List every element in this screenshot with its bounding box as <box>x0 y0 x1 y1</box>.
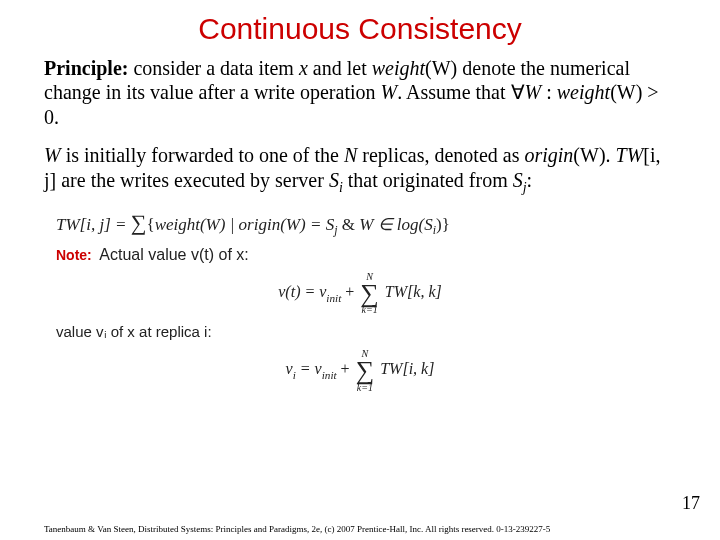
fn-weight-arg: (W) <box>425 57 457 79</box>
forward-paragraph: W is initially forwarded to one of the N… <box>44 143 676 195</box>
eq2-sum: N∑k=1 <box>360 272 379 315</box>
var-Sj: S <box>513 169 523 191</box>
var-W3: W <box>44 144 61 166</box>
equation-tw: TW[i, j] = ∑{weight(W) | origin(W) = Sj … <box>56 210 676 238</box>
principle-label: Principle: <box>44 57 128 79</box>
equation-vt: v(t) = vinit + N∑k=1 TW[k, k] <box>44 272 676 315</box>
eq3-init: init <box>322 369 337 381</box>
equation-vi: vi = vinit + N∑k=1 TW[i, k] <box>44 349 676 392</box>
eq1-setopen: { <box>146 215 154 234</box>
var-x: x <box>299 57 308 79</box>
fn-weight: weight <box>372 57 425 79</box>
eq2-sum-sym: ∑ <box>360 282 379 305</box>
var-TW: TW <box>616 144 644 166</box>
fn-origin-arg: (W) <box>573 144 605 166</box>
eq3-plus: + <box>337 361 354 378</box>
eq1-rest: W ∈ log(S <box>359 215 433 234</box>
fn-weight2-arg: (W) <box>610 81 642 103</box>
eq1-close: )} <box>436 215 450 234</box>
eq3-term: TW[i, k] <box>376 361 434 378</box>
footer-citation: Tanenbaum & Van Steen, Distributed Syste… <box>44 524 676 534</box>
value-line: value vᵢ of x at replica i: <box>56 323 676 341</box>
note-text: Actual value v(t) of x: <box>96 246 249 263</box>
note-line: Note: Actual value v(t) of x: <box>56 246 676 264</box>
fn-origin: origin <box>524 144 573 166</box>
eq1-amp: & <box>337 215 359 234</box>
figure-area: TW[i, j] = ∑{weight(W) | origin(W) = Sj … <box>44 210 676 393</box>
p1-t2: and let <box>308 57 372 79</box>
eq3-sum-sym: ∑ <box>356 359 375 382</box>
eq3-eq: = v <box>296 361 322 378</box>
var-N: N <box>344 144 357 166</box>
eq2-term: TW[k, k] <box>381 283 442 300</box>
symbol-forall: ∀ <box>511 81 525 103</box>
eq1-weight: weight(W) | origin(W) = S <box>155 215 335 234</box>
p2-t2: is initially forwarded to one of the <box>61 144 344 166</box>
eq2-plus: + <box>341 283 358 300</box>
p1-t4: . Assume that <box>397 81 510 103</box>
eq1-lhs: TW[i, j] = <box>56 215 131 234</box>
var-W: W <box>381 81 398 103</box>
eq3-sum: N∑k=1 <box>356 349 375 392</box>
eq3-sum-bot: k=1 <box>356 383 375 393</box>
eq2-sum-bot: k=1 <box>360 305 379 315</box>
p2-t6: that originated from <box>343 169 513 191</box>
eq3-lhs: v <box>286 361 293 378</box>
slide-title: Continuous Consistency <box>44 12 676 46</box>
p2-t7: : <box>527 169 533 191</box>
eq1-sum: ∑ <box>131 210 147 235</box>
eq2-init: init <box>326 292 341 304</box>
p2-t4: . <box>606 144 616 166</box>
eq2-lhs: v(t) = v <box>278 283 326 300</box>
p1-t5: : <box>541 81 557 103</box>
p1-t1: consider a data item <box>128 57 299 79</box>
p2-t3: replicas, denoted as <box>357 144 524 166</box>
note-label: Note: <box>56 247 92 263</box>
p2-t5: are the writes executed by server <box>56 169 329 191</box>
slide: Continuous Consistency Principle: consid… <box>0 0 720 540</box>
page-number: 17 <box>682 493 700 514</box>
var-Si: S <box>329 169 339 191</box>
principle-paragraph: Principle: consider a data item x and le… <box>44 56 676 129</box>
fn-weight2: weight <box>557 81 610 103</box>
var-W2: W <box>525 81 542 103</box>
